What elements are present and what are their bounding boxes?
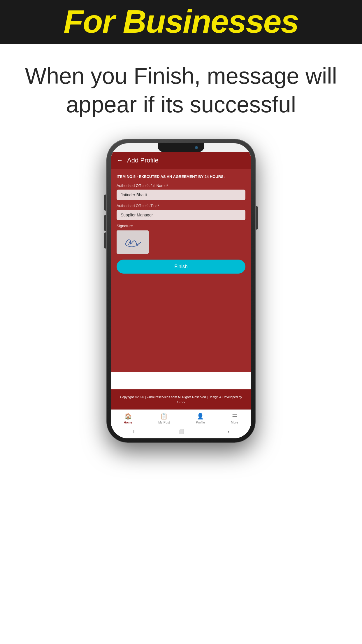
front-camera — [195, 146, 198, 149]
top-banner: For Businesses — [0, 0, 362, 44]
home-button[interactable]: ⬜ — [178, 429, 184, 434]
phone-device: ← Add Profile ITEM NO.5 - EXECUTED AS AN… — [107, 139, 255, 442]
nav-home-label: Home — [124, 421, 132, 424]
banner-title: For Businesses — [12, 5, 350, 38]
app-main: ITEM NO.5 - EXECUTED AS AN AGREEMENT BY … — [111, 169, 251, 410]
nav-more[interactable]: ☰ More — [231, 413, 238, 424]
nav-home[interactable]: 🏠 Home — [124, 413, 132, 424]
signature-label: Signature — [117, 224, 245, 228]
officer-title-input[interactable] — [117, 210, 245, 220]
copyright-text: Copyright ©2020 | 24hoursservices.com Al… — [117, 395, 245, 404]
subtitle-area: When you Finish, message will appear if … — [0, 44, 362, 133]
subtitle-text: When you Finish, message will appear if … — [23, 62, 339, 119]
signature-box[interactable] — [117, 230, 149, 254]
white-spacer — [111, 372, 251, 389]
officer-title-label: Authorised Officer's Title* — [117, 204, 245, 208]
bottom-nav: 🏠 Home 📋 My Post 👤 Profile ☰ More — [111, 410, 251, 426]
form-area: ITEM NO.5 - EXECUTED AS AN AGREEMENT BY … — [111, 169, 251, 372]
home-icon: 🏠 — [124, 413, 132, 420]
phone-screen: ← Add Profile ITEM NO.5 - EXECUTED AS AN… — [111, 143, 251, 438]
more-icon: ☰ — [232, 413, 237, 420]
nav-profile[interactable]: 👤 Profile — [196, 413, 205, 424]
mypost-icon: 📋 — [160, 413, 168, 420]
nav-mypost[interactable]: 📋 My Post — [158, 413, 170, 424]
finish-button[interactable]: Finish — [117, 260, 245, 274]
back-arrow-icon[interactable]: ← — [117, 157, 123, 164]
recent-apps-button[interactable]: ⦀ — [133, 429, 135, 434]
item-label: ITEM NO.5 - EXECUTED AS AN AGREEMENT BY … — [117, 174, 245, 179]
footer-copyright: Copyright ©2020 | 24hoursservices.com Al… — [111, 389, 251, 410]
phone-notch — [158, 143, 204, 152]
page-title: Add Profile — [127, 157, 159, 164]
officer-name-input[interactable] — [117, 190, 245, 200]
officer-name-label: Authorised Officer's full Name* — [117, 183, 245, 188]
profile-icon: 👤 — [197, 413, 204, 420]
app-content: ← Add Profile ITEM NO.5 - EXECUTED AS AN… — [111, 152, 251, 438]
phone-wrapper: ← Add Profile ITEM NO.5 - EXECUTED AS AN… — [0, 133, 362, 454]
nav-mypost-label: My Post — [158, 421, 170, 424]
android-nav-bar: ⦀ ⬜ ‹ — [111, 426, 251, 438]
signature-image — [121, 234, 144, 250]
app-header: ← Add Profile — [111, 152, 251, 169]
nav-more-label: More — [231, 421, 238, 424]
back-button[interactable]: ‹ — [228, 429, 229, 434]
nav-profile-label: Profile — [196, 421, 205, 424]
